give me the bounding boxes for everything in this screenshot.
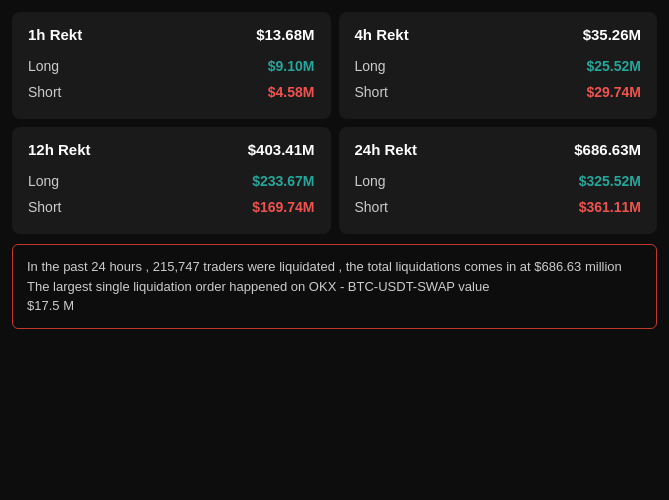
card-short-label-12h: Short [28,199,61,215]
card-24h: 24h Rekt $686.63M Long $325.52M Short $3… [339,127,658,234]
card-short-row-12h: Short $169.74M [28,194,315,220]
card-header-24h: 24h Rekt $686.63M [355,141,642,158]
card-short-row-1h: Short $4.58M [28,79,315,105]
summary-line2: The largest single liquidation order hap… [27,277,642,297]
summary-box: In the past 24 hours , 215,747 traders w… [12,244,657,329]
card-short-value-12h: $169.74M [252,199,314,215]
card-long-row-12h: Long $233.67M [28,168,315,194]
card-header-1h: 1h Rekt $13.68M [28,26,315,43]
card-short-label-24h: Short [355,199,388,215]
card-short-label-4h: Short [355,84,388,100]
card-title-1h: 1h Rekt [28,26,82,43]
card-long-label-4h: Long [355,58,386,74]
card-long-value-1h: $9.10M [268,58,315,74]
card-title-24h: 24h Rekt [355,141,418,158]
card-long-label-1h: Long [28,58,59,74]
card-long-value-4h: $25.52M [587,58,641,74]
card-long-label-12h: Long [28,173,59,189]
card-short-value-4h: $29.74M [587,84,641,100]
card-short-value-24h: $361.11M [579,199,641,215]
summary-line3: $17.5 M [27,296,642,316]
card-long-row-24h: Long $325.52M [355,168,642,194]
card-short-row-24h: Short $361.11M [355,194,642,220]
card-total-12h: $403.41M [248,141,315,158]
card-12h: 12h Rekt $403.41M Long $233.67M Short $1… [12,127,331,234]
card-short-label-1h: Short [28,84,61,100]
rekt-grid: 1h Rekt $13.68M Long $9.10M Short $4.58M… [12,12,657,234]
card-long-label-24h: Long [355,173,386,189]
card-short-row-4h: Short $29.74M [355,79,642,105]
summary-line1: In the past 24 hours , 215,747 traders w… [27,257,642,277]
card-1h: 1h Rekt $13.68M Long $9.10M Short $4.58M [12,12,331,119]
card-header-4h: 4h Rekt $35.26M [355,26,642,43]
card-total-4h: $35.26M [583,26,641,43]
card-short-value-1h: $4.58M [268,84,315,100]
card-4h: 4h Rekt $35.26M Long $25.52M Short $29.7… [339,12,658,119]
card-long-row-1h: Long $9.10M [28,53,315,79]
card-title-12h: 12h Rekt [28,141,91,158]
card-long-row-4h: Long $25.52M [355,53,642,79]
card-total-1h: $13.68M [256,26,314,43]
card-total-24h: $686.63M [574,141,641,158]
card-title-4h: 4h Rekt [355,26,409,43]
card-long-value-24h: $325.52M [579,173,641,189]
card-header-12h: 12h Rekt $403.41M [28,141,315,158]
card-long-value-12h: $233.67M [252,173,314,189]
